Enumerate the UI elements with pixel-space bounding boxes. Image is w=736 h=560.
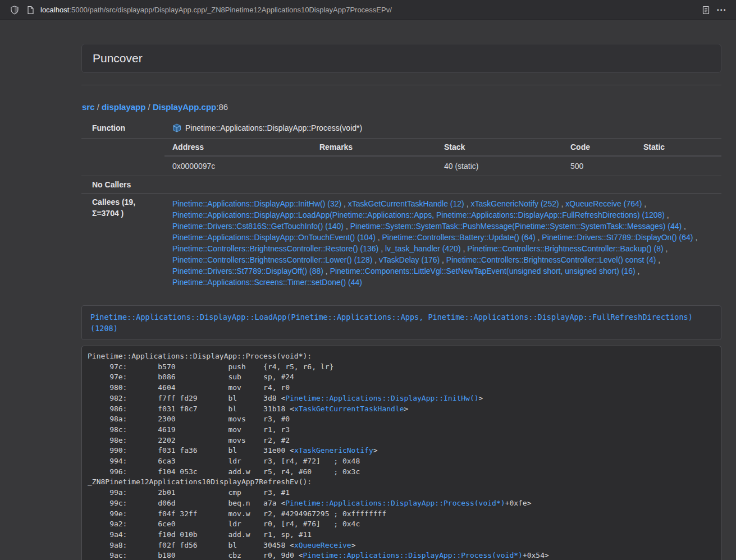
callee-separator: , (664, 244, 668, 253)
callee-separator: , (636, 267, 640, 276)
column-header-remarks: Remarks (312, 139, 436, 156)
column-header-code: Code (563, 139, 636, 156)
breadcrumb-link-displayapp[interactable]: displayapp (102, 102, 145, 112)
callee-separator: , (378, 244, 385, 253)
address-value: 0x0000097c (164, 156, 312, 176)
callee-link[interactable]: Pinetime::Applications::DisplayApp::OnTo… (172, 233, 376, 242)
breadcrumb: src / displayapp / DisplayApp.cpp:86 (82, 102, 721, 113)
callee-link[interactable]: xTaskGenericNotify (252) (470, 199, 559, 208)
function-label: Function (81, 120, 164, 139)
code-symbol-link[interactable]: xQueueReceive (294, 541, 351, 549)
callee-separator: , (344, 222, 350, 231)
callee-link[interactable]: Pinetime::Drivers::St7789::DisplayOn() (… (542, 233, 693, 242)
callees-label: Callees (19, Σ=3704 ) (81, 194, 164, 294)
callees-row: Callees (19, Σ=3704 ) Pinetime::Applicat… (81, 194, 721, 294)
callee-link[interactable]: Pinetime::Controllers::BrightnessControl… (446, 255, 656, 264)
callee-separator: , (461, 244, 468, 253)
breadcrumb-separator: / (95, 102, 102, 112)
page-container: Puncover src / displayapp / DisplayApp.c… (81, 44, 721, 560)
page-title: Puncover (93, 52, 710, 65)
no-callers-row: No Callers (81, 176, 721, 194)
callee-separator: , (464, 199, 471, 208)
url-path: :5000/path/src/displayapp/DisplayApp.cpp… (69, 6, 392, 14)
callee-detail-panel: Pinetime::Applications::DisplayApp::Load… (81, 305, 721, 340)
menu-icon[interactable]: ⋯ (714, 3, 729, 17)
disassembly: Pinetime::Applications::DisplayApp::Proc… (81, 346, 721, 560)
code-symbol-link[interactable]: xTaskGetCurrentTaskHandle (294, 405, 404, 413)
column-header-static: Static (636, 139, 721, 156)
callee-link[interactable]: Pinetime::Drivers::Cst816S::GetTouchInfo… (172, 222, 344, 231)
breadcrumb-link-file[interactable]: DisplayApp.cpp (153, 102, 216, 112)
callee-separator: , (376, 233, 382, 242)
callee-link[interactable]: Pinetime::Drivers::St7789::DisplayOff() … (172, 267, 323, 276)
panel-heading-link[interactable]: Pinetime::Applications::DisplayApp::Load… (90, 313, 693, 333)
callee-link[interactable]: Pinetime::System::SystemTask::PushMessag… (350, 222, 682, 231)
function-name: Pinetime::Applications::DisplayApp::Proc… (185, 123, 362, 132)
callee-link[interactable]: Pinetime::Controllers::BrightnessControl… (172, 244, 378, 253)
function-detail-table: Address Remarks Stack Code Static 0x0000… (164, 139, 721, 176)
breadcrumb-link-src[interactable]: src (82, 102, 95, 112)
callees-list: Pinetime::Applications::DisplayApp::Init… (164, 194, 721, 294)
page-header: Puncover (81, 44, 721, 73)
url-bar[interactable]: localhost:5000/path/src/displayapp/Displ… (40, 2, 698, 18)
detail-value-row: 0x0000097c 40 (static) 500 (164, 156, 721, 176)
column-header-address: Address (164, 139, 312, 156)
code-value: 500 (563, 156, 636, 176)
callee-link[interactable]: xQueueReceive (764) (565, 199, 642, 208)
callee-separator: , (341, 199, 348, 208)
callee-link[interactable]: xTaskGetCurrentTaskHandle (12) (348, 199, 464, 208)
callee-separator: , (440, 255, 446, 264)
shield-icon[interactable] (7, 3, 22, 17)
callee-separator: , (693, 233, 698, 242)
breadcrumb-separator: / (145, 102, 153, 112)
function-table: Function Pinetime::Applications::Display… (81, 120, 721, 293)
callee-separator: , (665, 210, 669, 219)
callee-separator: , (682, 222, 686, 231)
code-symbol-link[interactable]: xTaskGenericNotify (294, 446, 373, 455)
callee-link[interactable]: Pinetime::Applications::DisplayApp::Load… (172, 210, 665, 219)
browser-chrome: localhost:5000/path/src/displayapp/Displ… (0, 0, 736, 20)
callee-separator: , (323, 267, 330, 276)
callee-link[interactable]: Pinetime::Controllers::BrightnessControl… (172, 255, 372, 264)
code-symbol-link[interactable]: Pinetime::Applications::DisplayApp::Proc… (303, 551, 523, 559)
line-number: :86 (216, 102, 228, 112)
callee-separator: , (656, 255, 660, 264)
callee-link[interactable]: lv_task_handler (420) (385, 244, 461, 253)
detail-header-row: Address Remarks Stack Code Static (164, 139, 721, 156)
static-value (636, 156, 721, 176)
callee-separator: , (559, 199, 566, 208)
divider (81, 85, 721, 85)
function-row: Function Pinetime::Applications::Display… (81, 120, 721, 139)
callee-link[interactable]: Pinetime::Controllers::Battery::Update()… (382, 233, 536, 242)
page-info-icon[interactable] (22, 3, 38, 17)
remarks-value (312, 156, 436, 176)
no-callers-label: No Callers (81, 176, 164, 194)
callee-separator: , (642, 199, 646, 208)
column-header-stack: Stack (436, 139, 563, 156)
function-detail-row: Address Remarks Stack Code Static 0x0000… (81, 139, 721, 176)
callee-link[interactable]: vTaskDelay (176) (379, 255, 440, 264)
callee-separator: , (372, 255, 379, 264)
url-host: localhost (40, 6, 69, 14)
function-icon (172, 123, 181, 135)
callee-link[interactable]: Pinetime::Applications::DisplayApp::Init… (172, 199, 341, 208)
callee-link[interactable]: Pinetime::Controllers::BrightnessControl… (467, 244, 663, 253)
code-symbol-link[interactable]: Pinetime::Applications::DisplayApp::Proc… (285, 499, 505, 507)
reader-mode-icon[interactable] (698, 3, 714, 17)
callee-separator: , (536, 233, 542, 242)
callee-link[interactable]: Pinetime::Components::LittleVgl::SetNewT… (330, 267, 636, 276)
code-symbol-link[interactable]: Pinetime::Applications::DisplayApp::Init… (285, 394, 478, 402)
stack-value: 40 (static) (436, 156, 563, 176)
callee-link[interactable]: Pinetime::Applications::Screens::Timer::… (172, 278, 362, 287)
